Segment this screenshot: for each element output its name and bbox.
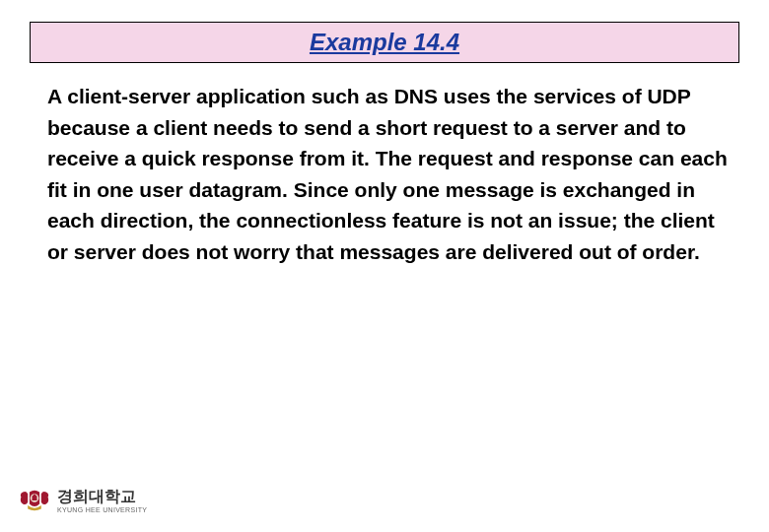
body-paragraph: A client-server application such as DNS … xyxy=(47,81,730,267)
example-header: Example 14.4 xyxy=(30,22,739,63)
university-name-english: KYUNG HEE UNIVERSITY xyxy=(57,506,147,513)
university-logo: 경희대학교 KYUNG HEE UNIVERSITY xyxy=(18,487,147,514)
example-title: Example 14.4 xyxy=(310,29,459,55)
university-logo-text: 경희대학교 KYUNG HEE UNIVERSITY xyxy=(57,489,147,513)
university-crest-icon xyxy=(18,487,51,514)
university-name-korean: 경희대학교 xyxy=(57,489,147,504)
